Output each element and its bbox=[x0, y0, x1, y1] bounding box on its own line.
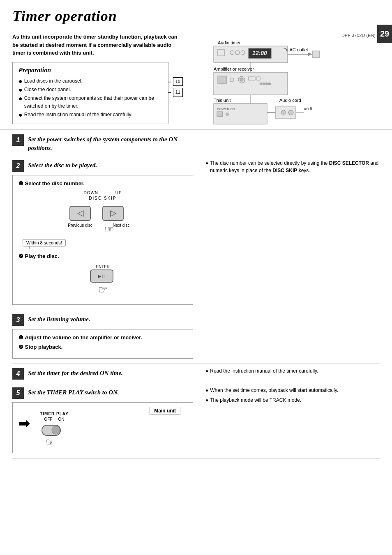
svg-rect-28 bbox=[217, 112, 223, 117]
step-5-row: 5 Set the TIMER PLAY switch to ON. Main … bbox=[12, 383, 380, 458]
svg-text:POWER CD: POWER CD bbox=[217, 107, 235, 111]
svg-text:To AC outlet: To AC outlet bbox=[284, 47, 308, 52]
step-1-badge: 1 bbox=[12, 134, 24, 146]
step-5-right: ● When the set time comes, playback will… bbox=[201, 383, 380, 458]
note-4-text: Read the instruction manual of the timer… bbox=[210, 367, 318, 375]
svg-point-22 bbox=[268, 83, 271, 85]
seconds-bubble: Within 8 seconds! bbox=[23, 239, 66, 246]
note-5a-text: When the set time comes, playback will s… bbox=[210, 387, 338, 394]
step-5-header: 5 Set the TIMER PLAY switch to ON. bbox=[12, 387, 193, 399]
step-3-badge: 3 bbox=[12, 314, 24, 326]
disc-buttons-svg: ◁ ▷ ☞ Previous disc Next disc bbox=[62, 202, 144, 235]
step-1-title: Set the power switches of the system com… bbox=[28, 134, 193, 152]
svg-text:Previous disc: Previous disc bbox=[68, 223, 92, 228]
step-2-left: 2 Select the disc to be played. ❶ Select… bbox=[12, 156, 201, 310]
step-1-left: 1 Set the power switches of the system c… bbox=[12, 130, 201, 156]
svg-text:This unit: This unit bbox=[214, 98, 231, 103]
content-area: 1 Set the power switches of the system c… bbox=[0, 130, 392, 458]
dash-2: – bbox=[168, 88, 171, 97]
step-5-title: Set the TIMER PLAY switch to ON. bbox=[28, 387, 119, 397]
step-2-title: Select the disc to be played. bbox=[28, 160, 97, 170]
step-1-row: 1 Set the power switches of the system c… bbox=[12, 130, 380, 156]
page: Timer operation 29 As this unit incorpor… bbox=[0, 0, 392, 555]
note-5b-dot: ● bbox=[205, 396, 208, 404]
note-4-dot: ● bbox=[205, 367, 208, 375]
step-4-note: ● Read the instruction manual of the tim… bbox=[205, 367, 318, 376]
preparation-items: ● Load discs in the carousel. ● Close th… bbox=[18, 77, 162, 119]
svg-text:12:00: 12:00 bbox=[252, 50, 267, 56]
preparation-title: Preparation bbox=[18, 67, 162, 74]
step-5-divider bbox=[12, 458, 380, 458]
svg-point-20 bbox=[263, 83, 265, 85]
prep-item-1: ● Load discs in the carousel. bbox=[18, 77, 162, 85]
svg-point-32 bbox=[281, 110, 286, 115]
step-5-badge: 5 bbox=[12, 387, 24, 399]
svg-text:Amplifier or receiver: Amplifier or receiver bbox=[214, 67, 254, 71]
intro-right: DPF-J702D (EN) Audio timer 12:00 bbox=[193, 33, 380, 125]
prep-text-3: Connect the system components so that th… bbox=[24, 94, 162, 110]
intro-section: As this unit incorporate the timer stand… bbox=[0, 29, 392, 129]
prep-text-4: Read the instruction manual of the timer… bbox=[24, 111, 162, 119]
enter-button-svg: ENTER ▶⏸ ☞ bbox=[78, 263, 127, 295]
off-on-label: OFF ON bbox=[38, 417, 71, 421]
step-5-notes: ● When the set time comes, playback will… bbox=[205, 387, 338, 405]
note-5a-dot: ● bbox=[205, 387, 208, 394]
svg-text:☞: ☞ bbox=[46, 436, 55, 448]
disc-skip-area: DOWN UP DISC SKIP ◁ bbox=[18, 191, 187, 249]
step-2-sub1: ❶ Select the disc number. bbox=[18, 180, 187, 187]
svg-rect-10 bbox=[312, 51, 320, 58]
step-1-header: 1 Set the power switches of the system c… bbox=[12, 134, 193, 152]
step-4-right: ● Read the instruction manual of the tim… bbox=[201, 364, 380, 383]
step-4-left: 4 Set the timer for the desired ON time. bbox=[12, 364, 201, 383]
intro-text: As this unit incorporate the timer stand… bbox=[12, 33, 185, 57]
timer-play-illustration: ➡ TIMER PLAY OFF ON bbox=[18, 412, 187, 448]
prep-item-4: ● Read the instruction manual of the tim… bbox=[18, 111, 162, 119]
svg-rect-29 bbox=[226, 113, 228, 115]
step-3-sub1: ❶ Adjust the volume on the amplifier or … bbox=[18, 334, 187, 341]
arrow-right-icon: ➡ bbox=[18, 416, 30, 431]
svg-rect-13 bbox=[218, 76, 227, 83]
svg-text:Next disc: Next disc bbox=[113, 223, 129, 228]
step-3-left: 3 Set the listening volume. ❶ Adjust the… bbox=[12, 310, 201, 364]
step-2-row: 2 Select the disc to be played. ❶ Select… bbox=[12, 156, 380, 310]
disc-skip-title: DOWN UP bbox=[18, 191, 187, 195]
switch-area: TIMER PLAY OFF ON ☞ bbox=[38, 412, 71, 448]
svg-point-49 bbox=[52, 426, 60, 434]
step-4-badge: 4 bbox=[12, 368, 24, 380]
disc-skip-label: DISC SKIP bbox=[18, 196, 187, 200]
step-3-row: 3 Set the listening volume. ❶ Adjust the… bbox=[12, 310, 380, 364]
prep-bullet-4: ● bbox=[18, 111, 23, 119]
step-4-title: Set the timer for the desired ON time. bbox=[28, 368, 123, 378]
step-2-header: 2 Select the disc to be played. bbox=[12, 160, 193, 172]
number-box-10: 10 bbox=[173, 77, 183, 86]
intro-left: As this unit incorporate the timer stand… bbox=[12, 33, 185, 125]
arrow-right-area: ➡ bbox=[18, 416, 30, 431]
step-5-left: 5 Set the TIMER PLAY switch to ON. Main … bbox=[12, 383, 201, 458]
svg-text:☞: ☞ bbox=[98, 283, 108, 295]
main-unit-label: Main unit bbox=[150, 407, 180, 415]
down-label: DOWN bbox=[83, 191, 98, 195]
timer-switch-svg: ☞ bbox=[38, 423, 71, 448]
step-3-box: ❶ Adjust the volume on the amplifier or … bbox=[12, 329, 193, 359]
svg-text:◁: ◁ bbox=[77, 208, 84, 217]
step-2-box: ❶ Select the disc number. DOWN UP DISC S… bbox=[12, 175, 193, 305]
step-4-header: 4 Set the timer for the desired ON time. bbox=[12, 368, 193, 380]
svg-text:≡⊙≞: ≡⊙≞ bbox=[304, 107, 313, 111]
model-label: DPF-J702D (EN) bbox=[341, 33, 376, 38]
timer-play-label: TIMER PLAY bbox=[38, 412, 71, 416]
note-2-dot: ● bbox=[205, 159, 208, 167]
prep-text-1: Load discs in the carousel. bbox=[24, 77, 162, 85]
step-4-row: 4 Set the timer for the desired ON time.… bbox=[12, 364, 380, 383]
note-2-text: The disc number can be selected directly… bbox=[210, 159, 380, 174]
note-5b-text: The playback mode will be TRACK mode. bbox=[210, 396, 301, 404]
step-2-badge: 2 bbox=[12, 160, 24, 172]
enter-area: ENTER ▶⏸ ☞ bbox=[18, 263, 187, 295]
step-3-title: Set the listening volume. bbox=[28, 314, 90, 324]
svg-text:☞: ☞ bbox=[104, 223, 114, 235]
step-2-right: ● The disc number can be selected direct… bbox=[201, 156, 380, 310]
prep-item-3: ● Connect the system components so that … bbox=[18, 94, 162, 110]
step-3-sub2: ❷ Stop playback. bbox=[18, 344, 187, 350]
up-label: UP bbox=[115, 191, 122, 195]
prep-item-2: ● Close the door panel. bbox=[18, 86, 162, 94]
svg-text:▶⏸: ▶⏸ bbox=[98, 274, 106, 279]
